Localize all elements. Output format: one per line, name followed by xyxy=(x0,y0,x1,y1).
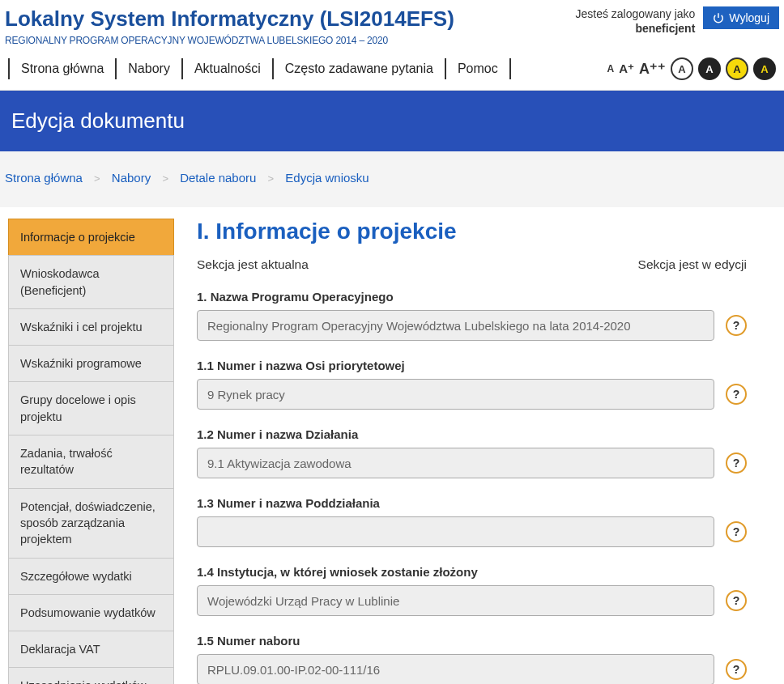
main-panel: I. Informacje o projekcie Sekcja jest ak… xyxy=(197,219,779,684)
logged-in-label: Jesteś zalogowany jako xyxy=(575,6,695,21)
font-size-medium[interactable]: A⁺ xyxy=(619,62,634,76)
crumb-sep: > xyxy=(94,172,100,185)
field-input-os[interactable] xyxy=(197,379,714,410)
sidebar-item-uzasadnienie[interactable]: Uzasadnienie wydatków xyxy=(8,667,174,684)
field-label-1-1: 1.1 Numer i nazwa Osi priorytetowej xyxy=(197,359,747,372)
crumb-home[interactable]: Strona główna xyxy=(5,171,83,185)
crumb-sep: > xyxy=(268,172,275,185)
nav-pomoc[interactable]: Pomoc xyxy=(445,58,511,79)
section-title: I. Informacje o projekcie xyxy=(197,219,747,244)
sidebar-item-wskazniki-programowe[interactable]: Wskaźniki programowe xyxy=(8,345,174,382)
field-input-poddzialanie[interactable] xyxy=(197,516,714,547)
font-size-large[interactable]: A⁺⁺ xyxy=(639,60,666,78)
field-input-instytucja[interactable] xyxy=(197,585,714,616)
main-nav: Strona główna Nabory Aktualności Często … xyxy=(8,58,509,79)
field-input-dzialanie[interactable] xyxy=(197,448,714,478)
help-button[interactable]: ? xyxy=(726,590,747,611)
breadcrumb: Strona główna > Nabory > Detale naboru >… xyxy=(0,151,784,207)
sidebar-item-vat[interactable]: Deklaracja VAT xyxy=(8,631,174,668)
crumb-sep: > xyxy=(162,172,168,185)
site-subtitle: REGIONALNY PROGRAM OPERACYJNY WOJEWÓDZTW… xyxy=(5,35,454,46)
nav-home[interactable]: Strona główna xyxy=(8,58,117,79)
section-status-right: Sekcja jest w edycji xyxy=(638,257,747,272)
page-banner: Edycja dokumentu xyxy=(0,91,784,151)
sidebar-item-grupy[interactable]: Grupy docelowe i opis projektu xyxy=(8,381,174,435)
crumb-nabory[interactable]: Nabory xyxy=(112,171,151,185)
logged-in-user: beneficjent xyxy=(575,21,695,36)
contrast-default[interactable]: A xyxy=(671,57,693,80)
logout-button[interactable]: Wyloguj xyxy=(703,6,779,29)
help-button[interactable]: ? xyxy=(726,315,747,336)
section-status-left: Sekcja jest aktualna xyxy=(197,257,309,272)
field-label-1-2: 1.2 Numer i nazwa Działania xyxy=(197,427,747,441)
field-input-program[interactable] xyxy=(197,310,714,341)
logout-label: Wyloguj xyxy=(729,11,769,24)
sidebar-item-zadania[interactable]: Zadania, trwałość rezultatów xyxy=(8,435,174,489)
sidebar-item-wydatki-szczegolowe[interactable]: Szczegółowe wydatki xyxy=(8,558,174,595)
power-icon xyxy=(713,12,724,23)
sidebar: Informacje o projekcie Wnioskodawca (Ben… xyxy=(8,219,174,684)
nav-nabory[interactable]: Nabory xyxy=(115,58,183,79)
sidebar-item-wskazniki-cel[interactable]: Wskaźniki i cel projektu xyxy=(8,308,174,346)
field-input-numer-naboru[interactable] xyxy=(197,654,714,684)
field-label-1: 1. Nazwa Programu Operacyjnego xyxy=(197,290,747,304)
help-button[interactable]: ? xyxy=(726,521,747,542)
help-button[interactable]: ? xyxy=(726,452,747,474)
field-label-1-3: 1.3 Numer i nazwa Poddziałania xyxy=(197,496,747,510)
crumb-detale[interactable]: Detale naboru xyxy=(180,171,256,185)
sidebar-item-wydatki-podsumowanie[interactable]: Podsumowanie wydatków xyxy=(8,594,174,631)
page-banner-title: Edycja dokumentu xyxy=(11,108,185,133)
contrast-dark[interactable]: A xyxy=(698,57,721,80)
nav-faq[interactable]: Często zadawane pytania xyxy=(272,58,446,79)
help-button[interactable]: ? xyxy=(726,384,747,405)
crumb-edycja[interactable]: Edycja wniosku xyxy=(285,171,369,185)
accessibility-controls: A A⁺ A⁺⁺ A A A A xyxy=(607,57,776,80)
sidebar-item-potencjal[interactable]: Potencjał, doświadczenie, sposób zarządz… xyxy=(8,488,174,559)
help-button[interactable]: ? xyxy=(726,659,747,680)
site-title[interactable]: Lokalny System Informatyczny (LSI2014EFS… xyxy=(5,6,454,32)
nav-aktualnosci[interactable]: Aktualności xyxy=(181,58,274,79)
field-label-1-4: 1.4 Instytucja, w której wniosek zostani… xyxy=(197,565,747,579)
contrast-dark-yellow[interactable]: A xyxy=(753,57,776,80)
font-size-small[interactable]: A xyxy=(607,63,614,74)
sidebar-item-informacje[interactable]: Informacje o projekcie xyxy=(8,219,174,256)
field-label-1-5: 1.5 Numer naboru xyxy=(197,634,747,648)
contrast-yellow[interactable]: A xyxy=(726,57,748,80)
sidebar-item-wnioskodawca[interactable]: Wnioskodawca (Beneficjent) xyxy=(8,255,174,309)
